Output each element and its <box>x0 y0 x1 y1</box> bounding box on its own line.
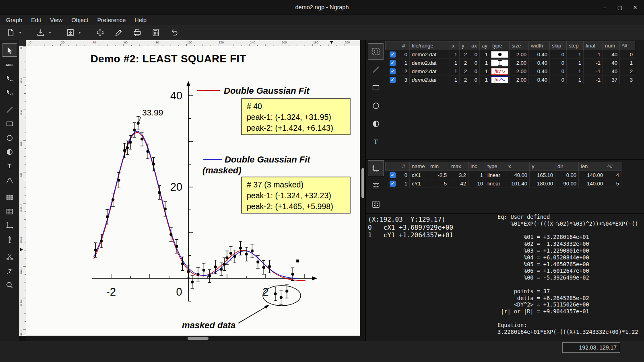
column-header-type[interactable]: type <box>485 162 506 171</box>
zoom-tool-button[interactable] <box>2 278 17 292</box>
column-header-dir[interactable]: dir <box>555 162 579 171</box>
new-graph-button[interactable] <box>5 27 17 39</box>
column-header-filerange[interactable]: file/range <box>410 41 450 50</box>
svg-text:0: 0 <box>21 47 22 49</box>
data-pointer-button[interactable] <box>2 86 17 99</box>
column-header-[interactable]: ^# <box>605 162 621 171</box>
save-graph-button[interactable] <box>64 27 76 39</box>
draw-button[interactable] <box>113 27 125 39</box>
horizontal-scrollbar-thumb[interactable] <box>188 337 208 340</box>
menu-view[interactable]: View <box>45 16 67 25</box>
column-header-width[interactable]: width <box>529 41 550 50</box>
menu-graph[interactable]: Graph <box>2 16 27 25</box>
cross-graph-tool-button[interactable] <box>2 219 17 232</box>
column-header-num[interactable]: num <box>603 41 620 50</box>
column-header-name[interactable]: name <box>410 162 428 171</box>
visible-checkbox[interactable]: ✓ <box>390 68 396 74</box>
path-list-button[interactable] <box>368 62 384 78</box>
ruler-corner <box>19 40 26 46</box>
minimize-button[interactable]: – <box>599 2 610 12</box>
panel-splitter[interactable] <box>360 40 365 341</box>
mark-list-button[interactable] <box>368 116 384 132</box>
column-header-x[interactable]: x <box>450 41 460 50</box>
object-panel: T #file/rangexyaxaytypesizewidthskipstep… <box>365 40 644 341</box>
splitter-thumb[interactable] <box>361 168 364 198</box>
svg-text:20: 20 <box>61 41 64 44</box>
frame-graph-tool-button[interactable] <box>2 191 17 204</box>
pointer-button[interactable] <box>2 43 17 57</box>
data-point <box>214 265 217 268</box>
svg-text:80: 80 <box>156 41 159 44</box>
column-header-skip[interactable]: skip <box>550 41 567 50</box>
trimming-tool-button[interactable] <box>2 250 17 263</box>
column-header-final[interactable]: final <box>584 41 603 50</box>
arc-fill-tool-button[interactable] <box>2 145 17 158</box>
rectangle-list-button[interactable] <box>368 80 384 96</box>
gauss-tool-button[interactable] <box>2 173 17 187</box>
column-header-size[interactable]: size <box>510 41 529 50</box>
axis-scale-undo-button[interactable]: 12 <box>94 27 106 39</box>
load-graph-button[interactable] <box>35 27 47 39</box>
column-header-max[interactable]: max <box>449 162 469 171</box>
column-header-type[interactable]: type <box>490 41 510 50</box>
arc-tool-button[interactable] <box>2 131 17 144</box>
graph-page[interactable]: Demo #2: LEAST SQUARE FIT-202204033.99Do… <box>26 46 360 336</box>
rectangle-tool-button[interactable] <box>2 117 17 130</box>
visible-checkbox[interactable]: ✓ <box>390 77 396 83</box>
menu-object[interactable]: Object <box>67 16 93 25</box>
column-header-y[interactable]: y <box>530 162 555 171</box>
canvas-area: 020406080100120140160180200 020406080100… <box>19 40 360 341</box>
horizontal-scrollbar[interactable] <box>26 336 360 341</box>
menu-help[interactable]: Help <box>130 16 151 25</box>
arc-list-button[interactable] <box>368 98 384 114</box>
data-point <box>181 262 184 265</box>
data-list-button[interactable] <box>368 43 384 60</box>
print-button[interactable] <box>131 27 143 39</box>
new-graph-dropdown[interactable]: ▾ <box>17 27 23 39</box>
math-button[interactable] <box>150 27 162 39</box>
close-button[interactable]: ✕ <box>630 2 641 12</box>
column-header-ax[interactable]: ax <box>469 41 480 50</box>
visible-checkbox[interactable]: ✓ <box>390 172 396 178</box>
file-table-row[interactable]: ✓0demo2.dat12012.000.4001-1400 <box>386 50 635 59</box>
column-header-[interactable]: ^# <box>620 41 635 50</box>
axis-table-row[interactable]: ✓1cY1-54210linear101.40180.0090.00140.00… <box>386 179 621 188</box>
merge-list-button[interactable] <box>368 196 384 212</box>
save-graph-dropdown[interactable]: ▾ <box>76 27 83 39</box>
file-table-row[interactable]: ✓3demo2.dat1201fit2.000.4001-1373 <box>386 76 635 84</box>
column-header-[interactable]: # <box>400 162 410 171</box>
menu-edit[interactable]: Edit <box>27 16 45 25</box>
file-table-row[interactable]: ✓2demo2.dat1201fit2.000.4001-1402 <box>386 67 635 76</box>
text-list-button[interactable]: T <box>368 134 384 150</box>
line-tool-button[interactable] <box>2 103 17 116</box>
column-header-ay[interactable]: ay <box>480 41 490 50</box>
file-object-table: #file/rangexyaxaytypesizewidthskipstepfi… <box>385 41 635 84</box>
load-graph-dropdown[interactable]: ▾ <box>47 27 53 39</box>
text-tool-button[interactable]: T <box>2 159 17 173</box>
visible-checkbox[interactable]: ✓ <box>390 51 396 58</box>
axis-list-button[interactable] <box>368 160 384 176</box>
undo-button[interactable] <box>168 27 180 39</box>
svg-text:0: 0 <box>21 112 22 115</box>
maximize-button[interactable]: ▢ <box>614 2 625 12</box>
column-header-len[interactable]: len <box>579 162 605 171</box>
column-header-x[interactable]: x <box>506 162 530 171</box>
column-header-[interactable]: # <box>400 41 410 50</box>
column-header-y[interactable]: y <box>460 41 469 50</box>
axis-scale-list-button[interactable] <box>368 178 384 194</box>
text-pointer-button[interactable]: ABC <box>2 58 17 71</box>
graph-plot[interactable]: Demo #2: LEAST SQUARE FIT-202204033.99Do… <box>26 46 360 336</box>
axis-table-row[interactable]: ✓0cX1-2.53.21linear40.00165.100.00140.00… <box>386 171 621 179</box>
file-table-row[interactable]: ✓1demo2.dat12012.000.4001-1401 <box>386 59 635 67</box>
legend-pointer-button[interactable] <box>2 72 17 85</box>
visible-checkbox[interactable]: ✓ <box>390 60 396 66</box>
column-header-step[interactable]: step <box>567 41 584 50</box>
menu-preference[interactable]: Preference <box>93 16 130 25</box>
column-header-inc[interactable]: inc <box>469 162 485 171</box>
single-axis-tool-button[interactable] <box>2 233 17 246</box>
section-graph-tool-button[interactable] <box>2 205 17 218</box>
evaluate-tool-button[interactable]: ? <box>2 264 17 278</box>
visible-checkbox[interactable]: ✓ <box>390 181 396 187</box>
column-header-min[interactable]: min <box>428 162 449 171</box>
data-point <box>94 249 97 251</box>
